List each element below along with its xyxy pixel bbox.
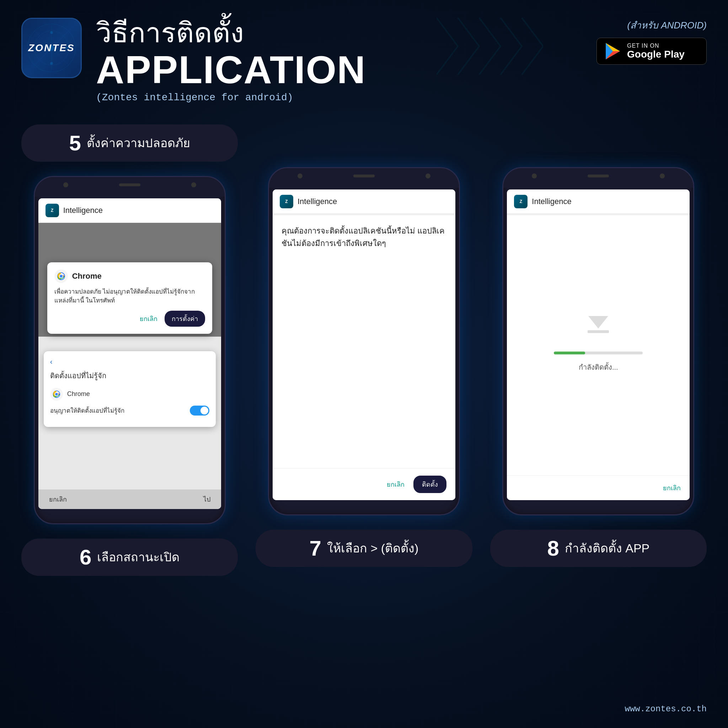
phone-speaker-3 (587, 174, 609, 177)
title-thai: วิธีการติดตั้ง (96, 18, 582, 48)
phone-column-2: Z Intelligence คุณต้องการจะติดตั้งแอปลิเ… (255, 124, 472, 567)
phone-screen-3: Z Intelligence กำลังติ (507, 190, 690, 500)
phone-camera-1 (63, 182, 68, 187)
phone-camera-4 (425, 173, 430, 179)
step-7-label: ให้เลือก > (ติดตั้ง) (327, 538, 418, 558)
step-6-label: เลือกสถานะเปิด (97, 548, 179, 567)
dialog1-settings-btn[interactable]: การตั้งค่า (165, 310, 205, 327)
phone-frame-3: Z Intelligence กำลังติ (502, 167, 694, 515)
phone2-cancel-btn[interactable]: ยกเลิก (387, 476, 405, 493)
phone3-app-header: Z Intelligence (507, 190, 690, 214)
phone1-app-icon: Z (46, 204, 59, 217)
phone3-content: Z Intelligence กำลังติ (507, 190, 690, 500)
progress-bar-fill (554, 352, 585, 355)
phone-camera-5 (532, 173, 537, 179)
dialog1-cancel-btn[interactable]: ยกเลิก (140, 310, 158, 327)
phone2-content: Z Intelligence คุณต้องการจะติดตั้งแอปลิเ… (273, 190, 455, 500)
phone3-bottom-action: ยกเลิก (507, 475, 690, 500)
phone-screen-2: Z Intelligence คุณต้องการจะติดตั้งแอปลิเ… (273, 190, 455, 500)
dialog1-body: เพื่อความปลอดภัย ไม่อนุญาตให้ติดตั้งแอปท… (54, 287, 205, 305)
google-play-button[interactable]: GET IN ON Google Play (596, 38, 707, 65)
app-logo: ZONTES (21, 18, 82, 78)
phone-column-1: 5 ตั้งค่าความปลอดภัย Z Intelligence (21, 124, 238, 576)
settings-back-btn[interactable]: ‹ (50, 358, 210, 366)
chrome-icon (54, 269, 68, 283)
phone-speaker-1 (119, 184, 141, 186)
step-5-number: 5 (69, 131, 81, 155)
settings-chrome-icon (50, 388, 63, 401)
step-8-label: กำลังติดตั้ง APP (565, 538, 650, 558)
phone2-app-icon: Z (280, 195, 293, 208)
step-8-badge: 8 กำลังติดตั้ง APP (490, 530, 707, 567)
phone1-chrome-dialog: Chrome เพื่อความปลอดภัย ไม่อนุญาตให้ติดต… (47, 262, 212, 334)
phone3-app-icon: Z (514, 195, 528, 208)
phones-section: 5 ตั้งค่าความปลอดภัย Z Intelligence (21, 124, 707, 576)
phone-speaker-2 (353, 174, 375, 177)
step-8-number: 8 (547, 536, 559, 561)
install-area: กำลังติดตั้ง... (507, 214, 690, 475)
main-container: ZONTES วิธีการติดตั้ง APPLICATION (Zonte… (0, 0, 728, 728)
dialog1-title: Chrome (72, 272, 102, 281)
website-url: www.zontes.co.th (625, 704, 707, 714)
phone1-app-header: Z Intelligence (38, 198, 221, 223)
phone2-install-btn[interactable]: ติดตั้ง (413, 476, 447, 493)
phone1-cancel-bottom[interactable]: ยกเลิก (49, 494, 67, 505)
download-icon (584, 316, 612, 344)
allow-toggle[interactable] (190, 405, 210, 416)
play-large-text: Google Play (627, 49, 685, 60)
header-section: ZONTES วิธีการติดตั้ง APPLICATION (Zonte… (21, 18, 707, 103)
svg-point-18 (60, 275, 63, 278)
phone-camera-2 (191, 182, 196, 187)
google-play-icon (604, 42, 622, 60)
phone-top-bar-1 (35, 177, 225, 197)
settings-chrome-row: Chrome (50, 388, 210, 401)
logo-text-block: ZONTES (28, 42, 75, 54)
settings-allow-row: อนุญาตให้ติดตั้งแอปที่ไม่รู้จัก (50, 405, 210, 416)
dialog1-buttons: ยกเลิก การตั้งค่า (54, 310, 205, 327)
svg-point-10 (50, 62, 53, 65)
phone1-next-btn[interactable]: ไป (203, 494, 210, 505)
phone2-dialog-text: คุณต้องการจะติดตั้งแอปลิเคชันนี้หรือไม่ … (273, 214, 455, 468)
phone-top-bar-2 (269, 168, 459, 188)
step-7-badge: 7 ให้เลือก > (ติดตั้ง) (255, 530, 472, 567)
phone2-bottom-actions: ยกเลิก ติดตั้ง (273, 468, 455, 500)
phone1-app-name: Intelligence (63, 206, 103, 215)
step-6-number: 6 (80, 545, 91, 569)
progress-bar-container (554, 352, 643, 355)
logo-brand: ZONTES (28, 42, 75, 54)
phone-column-3: Z Intelligence กำลังติ (490, 124, 707, 567)
phone-frame-1: Z Intelligence (34, 176, 226, 524)
settings-allow-label: อนุญาตให้ติดตั้งแอปที่ไม่รู้จัก (50, 405, 185, 415)
phone-camera-3 (298, 173, 303, 179)
header-right: (สำหรับ ANDROID) GET IN ON Google Play (596, 18, 707, 65)
download-bar (587, 330, 609, 333)
play-small-text: GET IN ON (627, 43, 685, 49)
title-sub: (Zontes intelligence for android) (96, 92, 582, 103)
phone-screen-1: Z Intelligence (38, 198, 221, 509)
step-5-badge: 5 ตั้งค่าความปลอดภัย (21, 124, 238, 162)
header-title-block: วิธีการติดตั้ง APPLICATION (Zontes intel… (96, 18, 582, 103)
phone3-cancel-btn[interactable]: ยกเลิก (663, 483, 681, 493)
download-arrow (588, 316, 608, 329)
phone-top-bar-3 (503, 168, 693, 188)
svg-point-22 (55, 393, 58, 396)
step-5-label: ตั้งค่าความปลอดภัย (87, 133, 190, 153)
phone1-bottom-bar: ยกเลิก ไป (38, 489, 221, 509)
title-app: APPLICATION (96, 50, 582, 89)
dialog1-title-row: Chrome (54, 269, 205, 283)
settings-title: ติดตั้งแอปที่ไม่รู้จัก (50, 370, 210, 381)
step-6-badge: 6 เลือกสถานะเปิด (21, 538, 238, 576)
phone2-app-header: Z Intelligence (273, 190, 455, 214)
installing-text: กำลังติดตั้ง... (579, 361, 618, 373)
play-text-block: GET IN ON Google Play (627, 43, 685, 60)
settings-chrome-label: Chrome (67, 390, 90, 398)
android-label: (สำหรับ ANDROID) (627, 18, 707, 32)
phone3-app-name: Intelligence (532, 197, 571, 206)
svg-point-9 (50, 31, 53, 34)
step-7-number: 7 (310, 536, 321, 561)
phone1-settings-panel: ‹ ติดตั้งแอปที่ไม่รู้จัก (44, 351, 216, 427)
phone-camera-6 (660, 173, 665, 179)
phone2-app-name: Intelligence (298, 197, 337, 206)
phone-frame-2: Z Intelligence คุณต้องการจะติดตั้งแอปลิเ… (268, 167, 460, 515)
footer: www.zontes.co.th (625, 704, 707, 714)
